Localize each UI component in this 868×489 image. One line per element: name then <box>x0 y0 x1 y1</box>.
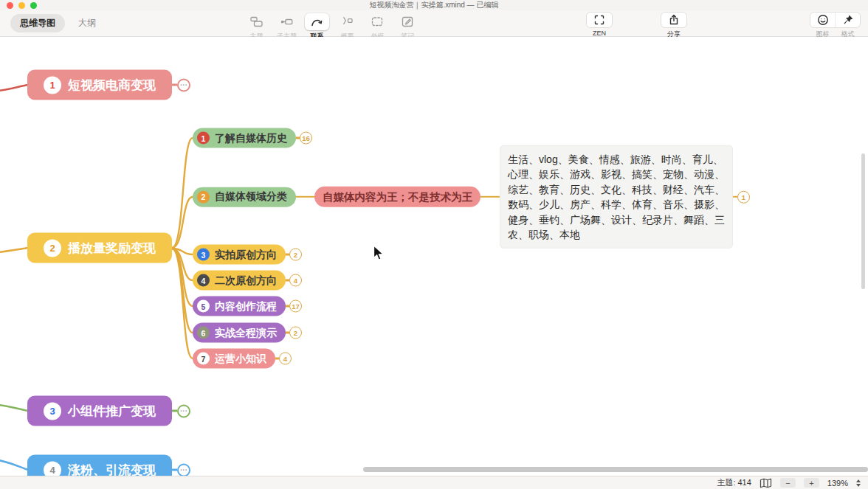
count-badge[interactable]: 17 <box>289 300 302 313</box>
topic-node-4[interactable]: 4 涨粉、引流变现 <box>27 455 172 476</box>
zen-label: ZEN <box>593 30 606 37</box>
main-topic-row-2: 2 播放量奖励变现 <box>27 233 172 263</box>
note-text-node[interactable]: 生活、vlog、美食、情感、旅游、时尚、育儿、 心理、娱乐、游戏、影视、搞笑、宠… <box>500 145 733 249</box>
connector-line <box>296 196 314 198</box>
topic-node-1[interactable]: 1 短视频电商变现 <box>27 70 172 100</box>
mindmap-canvas[interactable]: 1 短视频电商变现 ··· 2 播放量奖励变现 1 了解自媒体历史 16 <box>0 37 868 476</box>
collapse-indicator-topic-3[interactable]: ··· <box>177 404 190 417</box>
marker-button[interactable] <box>810 13 835 27</box>
subtopic-row-3: 3 实拍原创方向 2 <box>193 245 302 265</box>
note-icon <box>396 13 420 30</box>
note-line: 心理、娱乐、游戏、影视、搞笑、宠物、动漫、 <box>508 167 725 181</box>
note-line: 数码、少儿、房产、科学、体育、音乐、摄影、 <box>508 197 725 212</box>
count-badge[interactable]: 4 <box>279 353 292 365</box>
titlebar: 短视频淘金营｜实操篇.xmind — 已编辑 <box>0 0 868 10</box>
subtopic-7-number-badge: 7 <box>197 353 210 365</box>
subtopic-node-7[interactable]: 7 运营小知识 <box>193 349 275 369</box>
count-badge[interactable]: 4 <box>289 274 302 287</box>
stepper-up-icon <box>856 479 861 482</box>
subtopic-6-number-badge: 6 <box>197 327 210 339</box>
window-title: 短视频淘金营｜实操篇.xmind — 已编辑 <box>0 0 868 10</box>
minimize-window-button[interactable] <box>18 2 25 9</box>
subtopic-4-label: 二次原创方向 <box>215 274 277 287</box>
subtopic-2-label: 自媒体领域分类 <box>215 190 287 204</box>
topic-3-label: 小组件推广变现 <box>68 403 156 420</box>
callout-node[interactable]: 自媒体内容为王；不是技术为王 <box>314 187 480 207</box>
traffic-lights <box>7 2 37 9</box>
count-badge[interactable]: 2 <box>289 249 302 261</box>
summary-icon <box>335 13 359 30</box>
connector-line <box>480 196 500 198</box>
vertical-scrollbar[interactable] <box>861 153 865 289</box>
collapse-indicator-topic-1[interactable]: ··· <box>177 78 190 91</box>
tab-mindmap[interactable]: 思维导图 <box>10 14 65 32</box>
horizontal-scrollbar[interactable] <box>363 467 868 472</box>
collapse-indicator-topic-4[interactable]: ··· <box>177 463 190 476</box>
subtopic-node-6[interactable]: 6 实战全程演示 <box>193 323 286 343</box>
inspector-tools: 图标 格式 <box>810 12 861 39</box>
topic-1-label: 短视频电商变现 <box>68 77 156 94</box>
subtopic-2-number-badge: 2 <box>197 191 210 204</box>
format-button[interactable] <box>835 13 860 27</box>
subtopic-row-5: 5 内容创作流程 17 <box>193 296 302 316</box>
topic-node-2[interactable]: 2 播放量奖励变现 <box>27 233 172 263</box>
topic-2-number-badge: 2 <box>44 239 61 257</box>
count-badge[interactable]: 1 <box>737 191 750 204</box>
topic-2-label: 播放量奖励变现 <box>68 240 156 257</box>
smiley-icon <box>817 14 829 26</box>
subtopic-node-2[interactable]: 2 自媒体领域分类 <box>193 187 296 207</box>
subtopic-6-label: 实战全程演示 <box>215 326 277 339</box>
close-window-button[interactable] <box>7 2 13 9</box>
boundary-icon <box>365 13 390 30</box>
subtopic-7-label: 运营小知识 <box>215 352 266 365</box>
zoom-window-button[interactable] <box>30 2 37 9</box>
count-badge[interactable]: 2 <box>289 327 302 339</box>
topic-4-label: 涨粉、引流变现 <box>68 462 156 476</box>
zoom-level: 139% <box>827 479 848 488</box>
format-brush-icon <box>842 14 854 26</box>
subtopic-row-6: 6 实战全程演示 2 <box>193 323 302 343</box>
subtopic-1-label: 了解自媒体历史 <box>215 131 287 145</box>
branch-stub <box>172 84 177 86</box>
stepper-down-icon <box>856 484 861 487</box>
note-line: 健身、垂钓、广场舞、设计、纪录片、舞蹈、三 <box>508 212 725 226</box>
statusbar: 主题: 414 − + 139% <box>0 476 868 489</box>
subtopic-4-number-badge: 4 <box>197 274 210 287</box>
toolbar: 思维导图 大纲 主题 子主题 联系 <box>0 10 868 37</box>
topic-node-3[interactable]: 3 小组件推广变现 <box>27 396 172 426</box>
topic-3-number-badge: 3 <box>44 402 61 420</box>
main-topic-row-3: 3 小组件推广变现 ··· <box>27 396 190 426</box>
note-line: 生活、vlog、美食、情感、旅游、时尚、育儿、 <box>508 152 725 167</box>
main-topic-row-1: 1 短视频电商变现 ··· <box>27 70 190 100</box>
subtopic-node-5[interactable]: 5 内容创作流程 <box>193 296 286 316</box>
minimap-icon[interactable] <box>760 478 772 488</box>
tab-outline[interactable]: 大纲 <box>78 17 96 30</box>
zoom-stepper[interactable] <box>856 479 861 487</box>
callout-label: 自媒体内容为王；不是技术为王 <box>323 190 472 204</box>
branch-stub <box>172 469 177 471</box>
subtopic-5-label: 内容创作流程 <box>215 299 277 313</box>
subtopic-5-number-badge: 5 <box>197 300 210 313</box>
zen-mode-button[interactable]: ZEN <box>586 12 613 37</box>
count-badge[interactable]: 16 <box>300 132 312 145</box>
topic-4-number-badge: 4 <box>44 461 61 476</box>
zen-icon <box>586 12 613 28</box>
subtopic-icon <box>275 13 299 30</box>
topic-count: 主题: 414 <box>717 477 751 488</box>
subtopic-1-number-badge: 1 <box>197 132 210 145</box>
zoom-in-button[interactable]: + <box>804 478 819 488</box>
note-line: 农、职场、本地 <box>508 227 725 242</box>
subtopic-node-4[interactable]: 4 二次原创方向 <box>193 271 286 291</box>
subtopic-row-4: 4 二次原创方向 4 <box>193 271 302 291</box>
subtopic-row-7: 7 运营小知识 4 <box>193 349 292 369</box>
subtopic-3-number-badge: 3 <box>197 249 210 261</box>
share-button[interactable]: 分享 <box>661 12 687 39</box>
zoom-out-button[interactable]: − <box>780 478 796 488</box>
branch-stub <box>172 410 177 412</box>
subtopic-row-2: 2 自媒体领域分类 自媒体内容为王；不是技术为王 生活、vlog、美食、情感、旅… <box>193 145 750 249</box>
view-switcher: 思维导图 大纲 <box>10 14 96 32</box>
mouse-cursor <box>373 245 386 261</box>
subtopic-node-3[interactable]: 3 实拍原创方向 <box>193 245 286 265</box>
xmind-window: 短视频淘金营｜实操篇.xmind — 已编辑 思维导图 大纲 主题 子主题 <box>0 0 868 489</box>
subtopic-3-label: 实拍原创方向 <box>215 248 277 261</box>
